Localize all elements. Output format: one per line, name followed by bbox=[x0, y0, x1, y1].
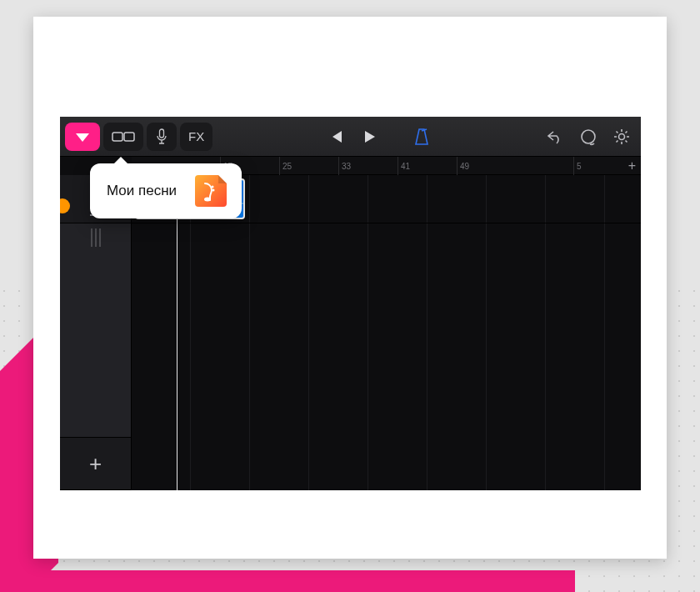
loop-browser-button[interactable] bbox=[579, 128, 598, 146]
svg-rect-1 bbox=[124, 133, 134, 141]
workspace: + Get In Th…-Ding) 2 bbox=[60, 175, 641, 490]
svg-point-7 bbox=[204, 198, 211, 202]
ruler-mark: 33 bbox=[342, 162, 351, 171]
svg-point-4 bbox=[619, 133, 625, 139]
microphone-button[interactable] bbox=[147, 123, 177, 151]
playhead[interactable] bbox=[177, 175, 178, 490]
svg-rect-0 bbox=[112, 133, 122, 141]
go-to-start-button[interactable] bbox=[328, 129, 343, 144]
tracks-view-button[interactable] bbox=[103, 123, 143, 151]
decorative-pink-bar bbox=[0, 570, 575, 592]
tracks-area[interactable]: Get In Th…-Ding) 2 bbox=[132, 175, 641, 490]
add-track-button[interactable]: + bbox=[60, 437, 131, 490]
toolbar: FX bbox=[60, 117, 641, 157]
track-header-empty[interactable] bbox=[60, 223, 131, 437]
my-songs-button[interactable] bbox=[65, 123, 100, 151]
undo-button[interactable] bbox=[546, 129, 564, 144]
popover-title: Мои песни bbox=[107, 183, 177, 199]
track-headers: + bbox=[60, 175, 132, 490]
toolbar-right bbox=[546, 128, 636, 146]
play-button[interactable] bbox=[362, 129, 377, 144]
svg-point-8 bbox=[212, 186, 214, 188]
metronome-button[interactable] bbox=[413, 128, 430, 146]
drag-handle-icon bbox=[91, 228, 101, 247]
ruler-mark: 25 bbox=[282, 162, 292, 171]
fx-button[interactable]: FX bbox=[180, 123, 212, 151]
garageband-document-icon bbox=[195, 175, 227, 207]
settings-button[interactable] bbox=[612, 128, 631, 146]
svg-point-9 bbox=[212, 189, 215, 192]
ruler-mark: 5 bbox=[577, 162, 582, 171]
my-songs-popover[interactable]: Мои песни bbox=[90, 163, 242, 218]
outer-window-frame: FX bbox=[33, 17, 667, 559]
ruler-mark: 49 bbox=[460, 162, 469, 171]
transport-controls bbox=[328, 128, 430, 146]
ruler-mark: 41 bbox=[401, 162, 410, 171]
svg-point-3 bbox=[582, 130, 595, 143]
garageband-app: FX bbox=[60, 117, 641, 490]
svg-rect-2 bbox=[160, 129, 164, 138]
add-section-button[interactable]: + bbox=[628, 158, 636, 173]
